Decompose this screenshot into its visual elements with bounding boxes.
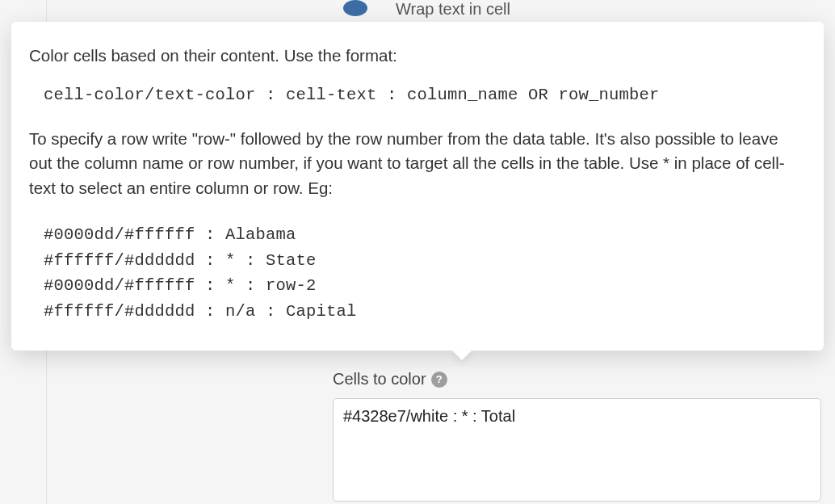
tooltip-description-text: To specify a row write "row-" followed b… xyxy=(29,127,801,201)
tooltip-format-code: cell-color/text-color : cell-text : colu… xyxy=(44,86,801,104)
tooltip-intro-text: Color cells based on their content. Use … xyxy=(29,44,801,68)
tooltip-examples-code: #0000dd/#ffffff : Alabama #ffffff/#ddddd… xyxy=(44,222,801,325)
field-label-row: Cells to color ? xyxy=(333,370,447,388)
partial-background-text: Wrap text in cell xyxy=(396,0,510,19)
help-tooltip: Color cells based on their content. Use … xyxy=(11,22,824,351)
help-icon[interactable]: ? xyxy=(431,372,447,388)
cells-to-color-label: Cells to color xyxy=(333,370,426,388)
toggle-dot xyxy=(343,0,367,16)
cells-to-color-input[interactable] xyxy=(333,398,821,502)
